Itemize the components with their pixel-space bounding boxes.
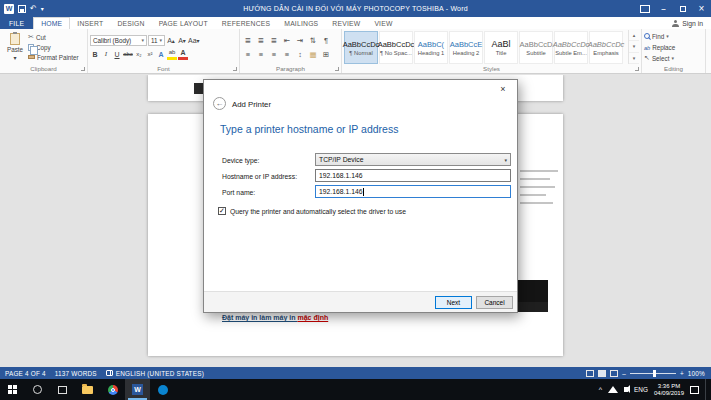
style-heading-1[interactable]: AaBbC( Heading 1 — [414, 31, 448, 64]
dialog-close-icon[interactable] — [489, 80, 517, 97]
font-size-combobox[interactable]: 11 — [148, 35, 165, 46]
zoom-slider-thumb[interactable] — [653, 370, 656, 377]
port-name-input[interactable]: 192.168.1.146 — [315, 185, 511, 198]
strikethrough-button[interactable]: abc — [123, 48, 133, 60]
word-app-icon[interactable] — [4, 4, 14, 14]
paragraph-dialog-launcher-icon[interactable] — [335, 67, 339, 71]
tab-mailings[interactable]: MAILINGS — [277, 17, 325, 29]
taskbar-clock[interactable]: 3:36 PM 04/09/2019 — [654, 383, 684, 397]
underline-button[interactable]: U — [112, 48, 122, 60]
query-printer-checkbox-row[interactable]: Query the printer and automatically sele… — [218, 207, 406, 215]
replace-button[interactable]: Replace — [644, 42, 675, 53]
decrease-indent-icon[interactable] — [281, 34, 293, 46]
hostname-input[interactable]: 192.168.1.146 — [315, 169, 511, 182]
superscript-button[interactable]: x² — [145, 48, 155, 60]
grow-font-button[interactable]: A▴ — [166, 34, 176, 46]
paste-button[interactable]: Paste — [2, 30, 28, 64]
chrome-button[interactable] — [100, 379, 125, 400]
hidden-icons-chevron-icon[interactable]: ^ — [599, 386, 602, 393]
action-center-icon[interactable] — [690, 386, 699, 394]
tab-home[interactable]: HOME — [33, 17, 70, 29]
qat-customize-icon[interactable] — [41, 5, 44, 12]
page-indicator[interactable]: PAGE 4 OF 4 — [5, 370, 46, 377]
style-subtle-emphasis[interactable]: AaBbCcDc Subtle Em... — [554, 31, 588, 64]
styles-more-icon[interactable]: ▾ — [629, 53, 639, 64]
proofing-language[interactable]: ENGLISH (UNITED STATES) — [106, 370, 204, 377]
justify-icon[interactable] — [281, 48, 293, 60]
web-layout-icon[interactable] — [610, 370, 618, 377]
numbering-icon[interactable] — [255, 34, 267, 46]
maximize-icon[interactable] — [673, 0, 692, 17]
scroll-down-icon[interactable]: ▾ — [629, 41, 639, 52]
device-type-select[interactable]: TCP/IP Device — [315, 153, 511, 166]
input-language-indicator[interactable]: ENG — [634, 386, 648, 393]
sort-icon[interactable] — [307, 34, 319, 46]
scroll-up-icon[interactable]: ▴ — [629, 30, 639, 41]
align-left-icon[interactable] — [242, 48, 254, 60]
show-hide-paragraph-icon[interactable] — [320, 34, 332, 46]
align-center-icon[interactable] — [255, 48, 267, 60]
font-dialog-launcher-icon[interactable] — [233, 67, 237, 71]
tab-design[interactable]: DESIGN — [110, 17, 151, 29]
network-icon[interactable] — [608, 386, 618, 393]
sign-in-button[interactable]: Sign in — [672, 17, 711, 29]
select-button[interactable]: Select ▾ — [644, 53, 675, 64]
tab-references[interactable]: REFERENCES — [215, 17, 277, 29]
show-desktop-button[interactable] — [705, 379, 709, 400]
start-button[interactable] — [0, 379, 25, 400]
bold-button[interactable]: B — [90, 48, 100, 60]
shrink-font-button[interactable]: A▾ — [177, 34, 187, 46]
cut-button[interactable]: Cut — [28, 33, 79, 42]
copy-button[interactable]: Copy — [28, 43, 79, 52]
tab-insert[interactable]: INSERT — [70, 17, 110, 29]
style-emphasis[interactable]: AaBbCcDc Emphasis — [589, 31, 623, 64]
cortana-button[interactable] — [25, 379, 50, 400]
italic-button[interactable]: I — [101, 48, 111, 60]
tab-view[interactable]: VIEW — [367, 17, 399, 29]
zoom-percentage[interactable]: 100% — [688, 370, 705, 377]
close-icon[interactable] — [692, 0, 711, 17]
zoom-in-icon[interactable] — [680, 370, 684, 377]
borders-icon[interactable] — [320, 48, 332, 60]
read-mode-icon[interactable] — [586, 370, 594, 377]
style-title[interactable]: AaBl Title — [484, 31, 518, 64]
styles-dialog-launcher-icon[interactable] — [635, 67, 639, 71]
word-count[interactable]: 1137 WORDS — [55, 370, 97, 377]
tab-review[interactable]: REVIEW — [325, 17, 367, 29]
style-normal[interactable]: AaBbCcDc ¶ Normal — [344, 31, 378, 64]
ribbon-display-options-icon[interactable] — [635, 0, 654, 17]
find-button[interactable]: Find ▾ — [644, 31, 675, 42]
tab-page-layout[interactable]: PAGE LAYOUT — [152, 17, 215, 29]
file-explorer-button[interactable] — [75, 379, 100, 400]
minimize-icon[interactable] — [654, 0, 673, 17]
clipboard-dialog-launcher-icon[interactable] — [81, 67, 85, 71]
checkbox-checked-icon[interactable] — [218, 207, 226, 215]
undo-icon[interactable] — [30, 4, 37, 13]
tab-file[interactable]: FILE — [0, 17, 33, 29]
shading-icon[interactable] — [307, 48, 319, 60]
cancel-button[interactable]: Cancel — [476, 296, 513, 309]
volume-icon[interactable] — [624, 387, 628, 392]
word-taskbar-button[interactable] — [125, 379, 150, 400]
style-subtitle[interactable]: AaBbCcD Subtitle — [519, 31, 553, 64]
align-right-icon[interactable] — [268, 48, 280, 60]
dialog-back-icon[interactable] — [213, 97, 226, 110]
font-name-combobox[interactable]: Calibri (Body) — [90, 35, 147, 46]
document-hyperlink-text[interactable]: Đặt máy in làm máy in mặc định — [222, 314, 328, 321]
line-spacing-icon[interactable] — [294, 48, 306, 60]
bullets-icon[interactable] — [242, 34, 254, 46]
zoom-slider[interactable] — [630, 373, 676, 374]
highlight-color-button[interactable]: ab — [167, 48, 177, 60]
style-no-spacing[interactable]: AaBbCcDc ¶ No Spac... — [379, 31, 413, 64]
messenger-app-button[interactable] — [150, 379, 175, 400]
multilevel-list-icon[interactable] — [268, 34, 280, 46]
task-view-button[interactable] — [50, 379, 75, 400]
increase-indent-icon[interactable] — [294, 34, 306, 46]
change-case-button[interactable]: Aa▾ — [188, 34, 200, 46]
print-layout-icon[interactable] — [598, 370, 606, 377]
zoom-out-icon[interactable] — [622, 370, 626, 377]
save-icon[interactable] — [18, 5, 26, 13]
font-color-button[interactable]: A — [178, 48, 188, 60]
styles-scrollbar[interactable]: ▴ ▾ ▾ — [628, 30, 639, 64]
subscript-button[interactable]: x₂ — [134, 48, 144, 60]
